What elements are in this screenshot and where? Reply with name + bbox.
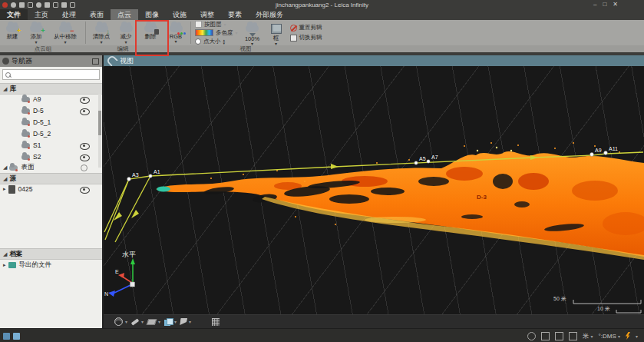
section-library[interactable]: ◢ 库: [0, 83, 102, 95]
tab-processing[interactable]: 处理: [55, 9, 83, 20]
collapse-icon[interactable]: ◢: [3, 251, 7, 257]
color-mode-select[interactable]: 多色度: [216, 29, 233, 37]
surfaces-icon: [9, 165, 18, 171]
axis-east-label: E: [115, 269, 119, 274]
chevron-down-icon: ▾: [591, 334, 593, 339]
tree-item-exported-files[interactable]: ▸ 导出的文件: [0, 260, 102, 271]
grid-toggle-button[interactable]: [195, 318, 220, 326]
reset-clip-icon: [290, 25, 297, 32]
tab-services[interactable]: 外部服务: [249, 9, 290, 20]
layers-icon: [164, 318, 172, 326]
copy-icon[interactable]: [541, 332, 550, 340]
tree-group-surfaces[interactable]: ◢ 表面: [0, 162, 102, 173]
point-size-stepper[interactable]: ▴▾: [223, 38, 226, 45]
tab-file[interactable]: 文件: [0, 9, 28, 20]
scrollbar-thumb[interactable]: [98, 111, 101, 135]
annotation-label: D-3: [477, 194, 487, 201]
marker-label: A3: [132, 172, 139, 178]
unit-selector[interactable]: 米 ▾: [583, 332, 593, 340]
visibility-eye-icon[interactable]: [80, 143, 90, 150]
tree-item-s2[interactable]: S2: [0, 151, 102, 162]
select-tool-button[interactable]: ▾: [147, 319, 160, 325]
tab-infrastructure[interactable]: 设施: [166, 9, 193, 20]
tree-item-a9[interactable]: A9: [0, 94, 102, 105]
expand-icon[interactable]: ▸: [3, 262, 6, 268]
visibility-eye-icon[interactable]: [80, 187, 90, 194]
tree-item-d5-2[interactable]: D-5_2: [0, 128, 102, 139]
scale-bar-label-50: 50 米: [553, 295, 566, 303]
tab-features[interactable]: 要素: [221, 9, 249, 20]
pointcloud-icon: [21, 108, 30, 114]
section-source[interactable]: ◢ 源: [0, 173, 102, 184]
visibility-eye-icon[interactable]: [80, 108, 90, 115]
status-bar: 米 ▾ °:DMS ▾ ▾: [0, 328, 644, 342]
clear-points-button[interactable]: ↓ 清除点 ▾: [88, 20, 114, 45]
navigator-scrollbar[interactable]: [98, 94, 101, 168]
chevron-down-icon[interactable]: ▾: [224, 22, 226, 27]
status-app-icon[interactable]: [3, 333, 10, 340]
minimize-button[interactable]: –: [593, 0, 596, 9]
render-mode-button[interactable]: ▾: [114, 317, 127, 326]
chevron-down-icon: ▾: [189, 319, 191, 324]
section-archive[interactable]: ◢ 档案: [0, 248, 102, 260]
cloud-clear-icon: ↓: [95, 25, 108, 32]
viewport-canvas[interactable]: A3 A1 A5 A7 A9 A11 D-3 水平 E N 50 米 10 米 …: [104, 66, 644, 328]
close-button[interactable]: ✕: [613, 0, 618, 9]
new-pointcloud-button[interactable]: + 新建: [0, 20, 25, 45]
target-icon[interactable]: [527, 332, 536, 340]
tab-adjustments[interactable]: 调整: [193, 9, 221, 20]
add-to-pointcloud-button[interactable]: + 添加 ▾: [25, 20, 48, 45]
status-doc-icon[interactable]: [13, 333, 20, 340]
report-icon[interactable]: [569, 332, 577, 340]
point-size-radio[interactable]: [195, 38, 201, 45]
tab-surfaces[interactable]: 表面: [83, 9, 111, 20]
save-icon[interactable]: [555, 332, 563, 340]
flag-tool-button[interactable]: ▾: [180, 318, 191, 325]
tab-home[interactable]: 主页: [28, 9, 55, 20]
dock-icon[interactable]: [92, 58, 99, 65]
chevron-down-icon: ▾: [158, 319, 160, 324]
navigator-search[interactable]: [2, 69, 100, 80]
render-by-select[interactable]: 按图层: [204, 21, 222, 28]
tree-item-0425[interactable]: ▸ 0425: [0, 184, 102, 194]
tree-item-d5[interactable]: D-5: [0, 105, 102, 116]
collapse-icon[interactable]: ◢: [3, 86, 7, 92]
point-cloud-graphic: [104, 66, 644, 328]
density-button[interactable]: 100% ▾: [239, 20, 266, 45]
viewport: 视图: [104, 55, 644, 328]
draw-tool-button[interactable]: ▾: [131, 319, 144, 324]
navigator-title: 导航器: [12, 56, 32, 66]
viewport-header: 视图: [104, 55, 644, 66]
layers-button[interactable]: ▾: [164, 318, 177, 326]
tree-item-s1[interactable]: S1: [0, 140, 102, 151]
chevron-down-icon[interactable]: ▾: [236, 30, 238, 35]
maximize-button[interactable]: □: [603, 0, 606, 9]
scale-bar-label-10: 10 米: [597, 305, 610, 313]
tree-item-d5-1[interactable]: D-5_1: [0, 117, 102, 128]
clip-box-button[interactable]: 框 ▾: [266, 20, 287, 45]
angle-unit-selector[interactable]: °:DMS ▾: [599, 333, 620, 340]
checkbox-icon: [290, 35, 297, 42]
reduce-button[interactable]: 减少 ▾: [114, 20, 137, 45]
pointcloud-icon: [21, 120, 30, 125]
cloud-reduce-icon: [120, 25, 133, 32]
remove-from-pointcloud-button[interactable]: − 从中移除 ▾: [48, 20, 83, 45]
marker-label: A7: [431, 154, 438, 160]
lightning-icon: [626, 332, 630, 340]
tab-pointcloud[interactable]: 点云: [111, 9, 138, 20]
toggle-clip-checkbox[interactable]: 切换剪辑: [290, 34, 322, 42]
ribbon: + 新建 + 添加 ▾ − 从中移除 ▾ ↓ 清除点 ▾ 减少 ▾ 删除 RGB…: [0, 20, 644, 45]
eraser-icon: [147, 319, 157, 325]
chevron-down-icon: ▾: [124, 41, 127, 44]
visibility-eye-icon[interactable]: [80, 154, 90, 161]
chevron-down-icon[interactable]: ▾: [636, 334, 638, 339]
search-input[interactable]: [11, 71, 99, 78]
collapse-icon[interactable]: ◢: [3, 164, 7, 171]
reset-clip-button[interactable]: 重置剪辑: [290, 24, 322, 32]
collapse-icon[interactable]: ◢: [3, 176, 7, 182]
expand-icon[interactable]: ▸: [3, 186, 6, 192]
pointcloud-icon: [21, 154, 30, 160]
wrench-icon: [106, 55, 119, 68]
tab-imaging[interactable]: 图像: [138, 9, 166, 20]
visibility-eye-icon[interactable]: [80, 97, 90, 104]
